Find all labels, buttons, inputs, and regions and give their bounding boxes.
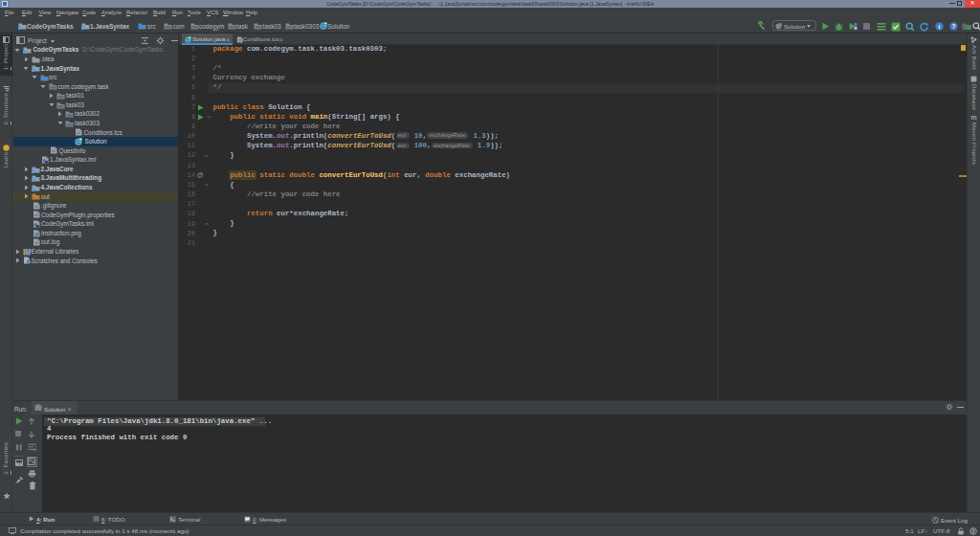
svg-text:?: ?: [952, 23, 956, 30]
svg-text:i: i: [939, 23, 941, 30]
svg-text:m: m: [970, 114, 976, 121]
